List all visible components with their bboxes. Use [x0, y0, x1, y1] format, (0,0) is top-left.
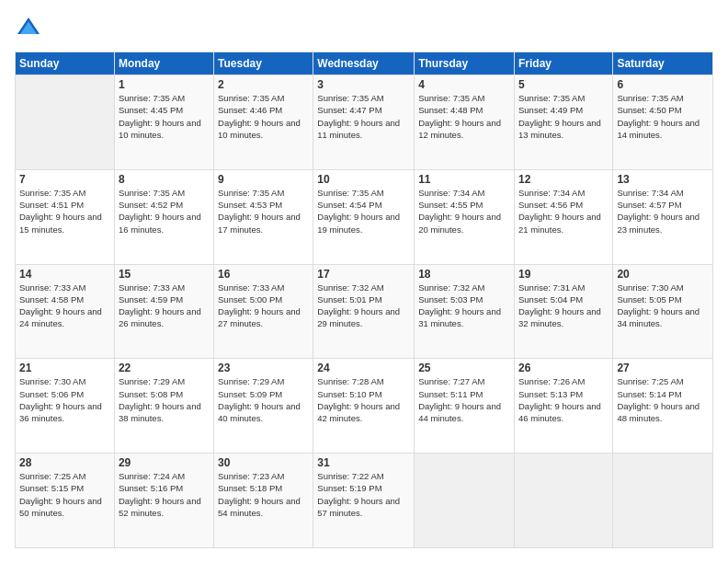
- day-number: 8: [119, 173, 210, 186]
- day-detail: Sunrise: 7:32 AM Sunset: 5:03 PM Dayligh…: [418, 282, 510, 330]
- day-detail: Sunrise: 7:35 AM Sunset: 4:52 PM Dayligh…: [119, 187, 210, 236]
- day-number: 14: [19, 268, 110, 281]
- calendar-header-row: SundayMondayTuesdayWednesdayThursdayFrid…: [16, 52, 713, 75]
- calendar-cell: [613, 454, 713, 548]
- day-of-week-header: Wednesday: [313, 52, 415, 75]
- calendar-cell: 30Sunrise: 7:23 AM Sunset: 5:18 PM Dayli…: [214, 454, 313, 548]
- day-of-week-header: Tuesday: [214, 52, 313, 75]
- calendar-cell: 21Sunrise: 7:30 AM Sunset: 5:06 PM Dayli…: [16, 359, 115, 454]
- day-of-week-header: Thursday: [415, 52, 515, 75]
- day-detail: Sunrise: 7:27 AM Sunset: 5:11 PM Dayligh…: [418, 375, 510, 424]
- calendar-cell: 25Sunrise: 7:27 AM Sunset: 5:11 PM Dayli…: [415, 359, 515, 454]
- day-detail: Sunrise: 7:34 AM Sunset: 4:56 PM Dayligh…: [518, 187, 609, 236]
- day-of-week-header: Saturday: [613, 52, 713, 75]
- calendar-table: SundayMondayTuesdayWednesdayThursdayFrid…: [15, 52, 713, 548]
- day-number: 23: [218, 362, 309, 374]
- calendar-cell: 15Sunrise: 7:33 AM Sunset: 4:59 PM Dayli…: [114, 264, 213, 359]
- calendar-cell: 27Sunrise: 7:25 AM Sunset: 5:14 PM Dayli…: [613, 359, 713, 454]
- day-of-week-header: Monday: [114, 52, 213, 75]
- day-detail: Sunrise: 7:33 AM Sunset: 4:58 PM Dayligh…: [19, 282, 110, 330]
- day-of-week-header: Friday: [514, 52, 612, 75]
- calendar-cell: 3Sunrise: 7:35 AM Sunset: 4:47 PM Daylig…: [313, 75, 415, 170]
- page: SundayMondayTuesdayWednesdayThursdayFrid…: [0, 0, 728, 563]
- day-detail: Sunrise: 7:29 AM Sunset: 5:09 PM Dayligh…: [218, 375, 309, 424]
- day-detail: Sunrise: 7:33 AM Sunset: 4:59 PM Dayligh…: [119, 282, 210, 330]
- day-detail: Sunrise: 7:35 AM Sunset: 4:45 PM Dayligh…: [119, 92, 210, 141]
- calendar-cell: 6Sunrise: 7:35 AM Sunset: 4:50 PM Daylig…: [613, 75, 713, 170]
- calendar-week-row: 28Sunrise: 7:25 AM Sunset: 5:15 PM Dayli…: [16, 454, 713, 548]
- calendar-week-row: 1Sunrise: 7:35 AM Sunset: 4:45 PM Daylig…: [16, 75, 713, 170]
- calendar-cell: 16Sunrise: 7:33 AM Sunset: 5:00 PM Dayli…: [214, 264, 313, 359]
- calendar-cell: 10Sunrise: 7:35 AM Sunset: 4:54 PM Dayli…: [313, 169, 415, 264]
- day-number: 3: [317, 78, 410, 91]
- day-detail: Sunrise: 7:35 AM Sunset: 4:51 PM Dayligh…: [19, 187, 110, 236]
- day-number: 13: [617, 173, 709, 186]
- calendar-cell: 9Sunrise: 7:35 AM Sunset: 4:53 PM Daylig…: [214, 169, 313, 264]
- day-detail: Sunrise: 7:35 AM Sunset: 4:54 PM Dayligh…: [317, 187, 410, 236]
- day-number: 4: [418, 78, 510, 91]
- day-number: 31: [317, 456, 410, 469]
- calendar-cell: 4Sunrise: 7:35 AM Sunset: 4:48 PM Daylig…: [415, 75, 515, 170]
- calendar-cell: 17Sunrise: 7:32 AM Sunset: 5:01 PM Dayli…: [313, 264, 415, 359]
- day-number: 1: [119, 78, 210, 91]
- day-number: 21: [19, 362, 110, 374]
- day-detail: Sunrise: 7:26 AM Sunset: 5:13 PM Dayligh…: [518, 375, 609, 424]
- day-number: 15: [119, 268, 210, 281]
- day-detail: Sunrise: 7:32 AM Sunset: 5:01 PM Dayligh…: [317, 282, 410, 330]
- calendar-cell: 11Sunrise: 7:34 AM Sunset: 4:55 PM Dayli…: [415, 169, 515, 264]
- day-number: 25: [418, 362, 510, 374]
- calendar-cell: 31Sunrise: 7:22 AM Sunset: 5:19 PM Dayli…: [313, 454, 415, 548]
- calendar-week-row: 21Sunrise: 7:30 AM Sunset: 5:06 PM Dayli…: [16, 359, 713, 454]
- calendar-cell: 28Sunrise: 7:25 AM Sunset: 5:15 PM Dayli…: [16, 454, 115, 548]
- calendar-cell: [415, 454, 515, 548]
- calendar-cell: 2Sunrise: 7:35 AM Sunset: 4:46 PM Daylig…: [214, 75, 313, 170]
- calendar-cell: 14Sunrise: 7:33 AM Sunset: 4:58 PM Dayli…: [16, 264, 115, 359]
- day-detail: Sunrise: 7:33 AM Sunset: 5:00 PM Dayligh…: [218, 282, 309, 330]
- day-detail: Sunrise: 7:25 AM Sunset: 5:15 PM Dayligh…: [19, 470, 110, 519]
- calendar-cell: 13Sunrise: 7:34 AM Sunset: 4:57 PM Dayli…: [613, 169, 713, 264]
- day-number: 29: [119, 456, 210, 469]
- day-number: 27: [617, 362, 709, 374]
- calendar-cell: 1Sunrise: 7:35 AM Sunset: 4:45 PM Daylig…: [114, 75, 213, 170]
- calendar-cell: 24Sunrise: 7:28 AM Sunset: 5:10 PM Dayli…: [313, 359, 415, 454]
- day-number: 6: [617, 78, 709, 91]
- calendar-cell: 18Sunrise: 7:32 AM Sunset: 5:03 PM Dayli…: [415, 264, 515, 359]
- day-number: 24: [317, 362, 410, 374]
- day-detail: Sunrise: 7:30 AM Sunset: 5:06 PM Dayligh…: [19, 375, 110, 424]
- day-detail: Sunrise: 7:34 AM Sunset: 4:57 PM Dayligh…: [617, 187, 709, 236]
- logo: [15, 15, 44, 42]
- day-detail: Sunrise: 7:31 AM Sunset: 5:04 PM Dayligh…: [518, 282, 609, 330]
- calendar-week-row: 14Sunrise: 7:33 AM Sunset: 4:58 PM Dayli…: [16, 264, 713, 359]
- day-detail: Sunrise: 7:35 AM Sunset: 4:53 PM Dayligh…: [218, 187, 309, 236]
- day-number: 22: [119, 362, 210, 374]
- logo-icon: [15, 15, 42, 42]
- day-number: 5: [518, 78, 609, 91]
- calendar-cell: 26Sunrise: 7:26 AM Sunset: 5:13 PM Dayli…: [514, 359, 612, 454]
- calendar-cell: [514, 454, 612, 548]
- header: [15, 15, 713, 42]
- day-detail: Sunrise: 7:23 AM Sunset: 5:18 PM Dayligh…: [218, 470, 309, 519]
- day-number: 20: [617, 268, 709, 281]
- day-detail: Sunrise: 7:24 AM Sunset: 5:16 PM Dayligh…: [119, 470, 210, 519]
- calendar-cell: 7Sunrise: 7:35 AM Sunset: 4:51 PM Daylig…: [16, 169, 115, 264]
- day-detail: Sunrise: 7:35 AM Sunset: 4:46 PM Dayligh…: [218, 92, 309, 141]
- day-number: 17: [317, 268, 410, 281]
- day-number: 10: [317, 173, 410, 186]
- calendar-cell: 5Sunrise: 7:35 AM Sunset: 4:49 PM Daylig…: [514, 75, 612, 170]
- day-detail: Sunrise: 7:34 AM Sunset: 4:55 PM Dayligh…: [418, 187, 510, 236]
- calendar-cell: 8Sunrise: 7:35 AM Sunset: 4:52 PM Daylig…: [114, 169, 213, 264]
- day-detail: Sunrise: 7:35 AM Sunset: 4:49 PM Dayligh…: [518, 92, 609, 141]
- day-number: 11: [418, 173, 510, 186]
- calendar-cell: 29Sunrise: 7:24 AM Sunset: 5:16 PM Dayli…: [114, 454, 213, 548]
- day-detail: Sunrise: 7:22 AM Sunset: 5:19 PM Dayligh…: [317, 470, 410, 519]
- calendar-cell: 22Sunrise: 7:29 AM Sunset: 5:08 PM Dayli…: [114, 359, 213, 454]
- calendar-cell: 20Sunrise: 7:30 AM Sunset: 5:05 PM Dayli…: [613, 264, 713, 359]
- day-detail: Sunrise: 7:25 AM Sunset: 5:14 PM Dayligh…: [617, 375, 709, 424]
- day-number: 26: [518, 362, 609, 374]
- day-number: 16: [218, 268, 309, 281]
- calendar-cell: 23Sunrise: 7:29 AM Sunset: 5:09 PM Dayli…: [214, 359, 313, 454]
- calendar-cell: [16, 75, 115, 170]
- day-detail: Sunrise: 7:29 AM Sunset: 5:08 PM Dayligh…: [119, 375, 210, 424]
- day-number: 7: [19, 173, 110, 186]
- calendar-cell: 12Sunrise: 7:34 AM Sunset: 4:56 PM Dayli…: [514, 169, 612, 264]
